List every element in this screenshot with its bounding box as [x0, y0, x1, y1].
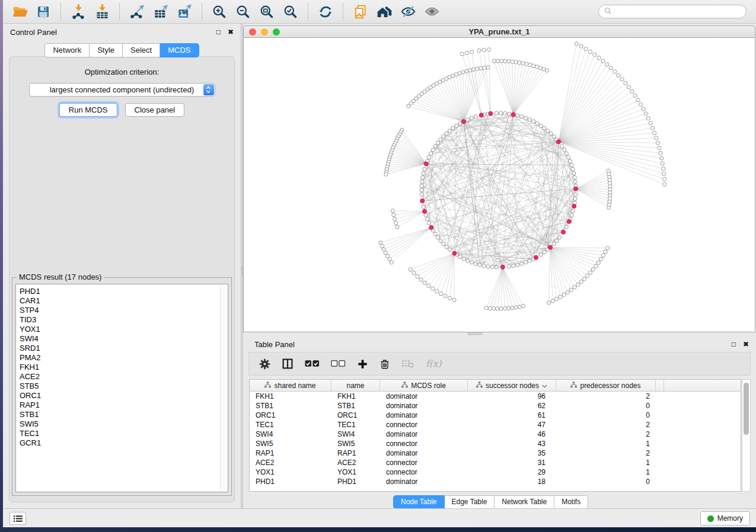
splitter-handle[interactable]	[467, 332, 483, 335]
select-all-checkboxes-icon[interactable]	[305, 360, 320, 368]
tab-edge-table[interactable]: Edge Table	[445, 495, 495, 509]
mcds-result-box: MCDS result (17 nodes) PHD1CAR1STP4TID3Y…	[12, 277, 232, 496]
tab-node-table[interactable]: Node Table	[393, 495, 445, 509]
table-row[interactable]: RAP1RAP1dominator352	[250, 448, 741, 458]
add-row-icon[interactable]	[357, 358, 368, 370]
first-neighbors-icon[interactable]	[374, 2, 395, 21]
memory-button[interactable]: Memory	[700, 511, 750, 525]
tab-style[interactable]: Style	[90, 43, 123, 57]
search-input[interactable]	[615, 8, 741, 16]
float-panel-icon[interactable]: □	[732, 341, 736, 348]
open-file-icon[interactable]	[9, 2, 30, 21]
mcds-result-item[interactable]: ACE2	[16, 372, 228, 382]
run-mcds-button[interactable]: Run MCDS	[59, 103, 117, 117]
refresh-view-icon[interactable]	[315, 2, 336, 21]
tab-motifs[interactable]: Motifs	[554, 495, 588, 509]
result-list-scrollbar[interactable]	[220, 285, 227, 491]
mcds-result-item[interactable]: CAR1	[16, 296, 228, 306]
import-network-icon[interactable]	[68, 2, 89, 21]
close-panel-icon[interactable]: ✖	[743, 341, 749, 348]
float-panel-icon[interactable]: □	[216, 28, 221, 36]
table-header-row: shared namenameMCDS rolesuccessor nodesp…	[250, 380, 741, 392]
mcds-result-item[interactable]: PMA2	[16, 353, 228, 363]
delete-table-icon	[401, 359, 414, 368]
table-row[interactable]: SWI5SWI5connector431	[250, 439, 741, 448]
table-row[interactable]: ACE2ACE2connector311	[250, 458, 741, 467]
table-row[interactable]: TEC1TEC1connector472	[250, 420, 741, 430]
mcds-tab-content: Optimization criterion: largest connecte…	[9, 56, 235, 502]
status-bar: Memory	[3, 508, 756, 527]
close-panel-icon[interactable]: ✖	[228, 28, 234, 36]
export-image-icon[interactable]	[174, 2, 195, 21]
scrollbar-thumb[interactable]	[744, 383, 749, 435]
table-row[interactable]: STB1STB1dominator620	[250, 401, 741, 411]
table-row[interactable]: FKH1FKH1dominator962	[250, 392, 741, 401]
mcds-result-item[interactable]: SRD1	[16, 344, 228, 353]
network-canvas[interactable]	[244, 38, 754, 331]
mcds-result-item[interactable]: SWI4	[16, 334, 228, 344]
zoom-out-icon[interactable]	[232, 2, 254, 21]
zoom-in-icon[interactable]	[209, 2, 230, 21]
save-session-icon[interactable]	[33, 2, 54, 21]
search-icon	[604, 7, 612, 17]
mcds-result-item[interactable]: STP4	[16, 306, 228, 315]
tab-network-table[interactable]: Network Table	[495, 495, 554, 509]
column-type-icon	[570, 382, 577, 390]
mcds-result-item[interactable]: STB1	[16, 410, 228, 419]
zoom-selected-icon[interactable]	[280, 2, 301, 21]
mcds-result-title: MCDS result (17 nodes)	[17, 273, 104, 281]
zoom-fit-icon[interactable]	[256, 2, 277, 21]
column-header-successor-nodes[interactable]: successor nodes	[468, 380, 556, 391]
tab-select[interactable]: Select	[123, 43, 160, 57]
network-window-titlebar[interactable]: YPA_prune.txt_1	[243, 25, 755, 38]
search-box[interactable]	[598, 5, 747, 18]
table-scrollbar[interactable]	[742, 379, 751, 492]
table-row[interactable]: SWI4SWI4dominator462	[250, 430, 741, 439]
mcds-result-item[interactable]: FKH1	[16, 363, 228, 372]
export-table-icon[interactable]	[150, 2, 171, 21]
mcds-result-item[interactable]: ORC1	[16, 391, 228, 400]
column-header-name[interactable]: name	[331, 380, 380, 391]
import-table-icon[interactable]	[91, 2, 113, 21]
mcds-result-item[interactable]: YOX1	[16, 325, 228, 334]
show-panels-icon[interactable]	[421, 2, 442, 21]
mcds-result-item[interactable]: TID3	[16, 315, 228, 325]
splitter-handle[interactable]	[241, 265, 243, 276]
deselect-checkboxes-icon[interactable]	[331, 360, 346, 368]
table-row[interactable]: ORC1ORC1dominator610	[250, 411, 741, 420]
optimization-criterion-dropdown[interactable]: largest connected component (undirected)	[29, 83, 215, 97]
tab-mcds[interactable]: MCDS	[160, 43, 199, 57]
table-body: FKH1FKH1dominator962STB1STB1dominator620…	[250, 392, 741, 486]
mcds-result-item[interactable]: STB5	[16, 382, 228, 391]
close-panel-button[interactable]: Close panel	[125, 103, 185, 117]
dropdown-stepper-icon	[203, 84, 214, 95]
main-toolbar	[3, 0, 756, 24]
control-panel: Control Panel □ ✖ NetworkStyleSelectMCDS…	[3, 24, 241, 508]
mcds-result-item[interactable]: PHD1	[16, 287, 228, 296]
task-history-icon[interactable]	[9, 512, 26, 525]
mcds-result-item[interactable]: TEC1	[16, 429, 228, 438]
mcds-result-item[interactable]: GCR1	[16, 438, 228, 448]
column-type-icon	[476, 382, 483, 390]
mcds-result-item[interactable]: RAP1	[16, 400, 228, 410]
mcds-result-list[interactable]: PHD1CAR1STP4TID3YOX1SWI4SRD1PMA2FKH1ACE2…	[15, 284, 228, 492]
hide-panels-icon[interactable]	[397, 2, 419, 21]
export-network-icon[interactable]	[126, 2, 148, 21]
mcds-result-item[interactable]: SWI5	[16, 419, 228, 429]
delete-row-icon[interactable]	[379, 358, 390, 370]
table-row[interactable]: PHD1PHD1dominator180	[250, 477, 741, 486]
column-header-shared-name[interactable]: shared name	[250, 380, 331, 391]
clone-network-icon[interactable]	[350, 2, 371, 21]
table-type-tabs: Node TableEdge TableNetwork TableMotifs	[393, 495, 588, 509]
column-header-predecessor-nodes[interactable]: predecessor nodes	[556, 380, 656, 391]
column-type-icon	[401, 382, 408, 390]
tab-network[interactable]: Network	[44, 43, 90, 57]
table-row[interactable]: YOX1YOX1connector291	[250, 467, 741, 477]
show-columns-icon[interactable]	[282, 358, 294, 370]
network-view[interactable]	[243, 38, 755, 332]
column-header-stub	[656, 380, 664, 391]
network-ring-nodes[interactable]	[379, 42, 666, 310]
table-settings-icon[interactable]	[259, 358, 270, 370]
sort-desc-icon	[542, 382, 547, 390]
column-header-MCDS-role[interactable]: MCDS role	[380, 380, 468, 391]
